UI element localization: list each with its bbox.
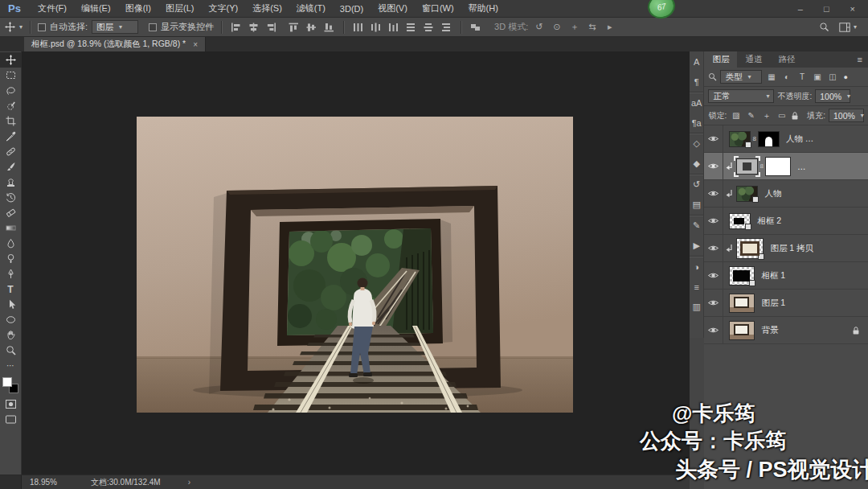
- menu-window[interactable]: 窗口(W): [415, 2, 461, 14]
- character-styles-panel-icon[interactable]: aA: [690, 92, 703, 113]
- 3d-drag-icon[interactable]: ＋: [567, 21, 581, 33]
- brush-panel-icon[interactable]: ✎: [690, 216, 703, 236]
- show-transform-checkbox[interactable]: [149, 23, 157, 31]
- menu-file[interactable]: 文件(F): [31, 2, 74, 14]
- actions-panel-icon[interactable]: ▶: [690, 236, 703, 256]
- zoom-tool[interactable]: [0, 343, 22, 358]
- filter-smartobject-icon[interactable]: ◫: [826, 72, 838, 81]
- layer-row-person-copy[interactable]: 8 人物 …: [704, 125, 868, 153]
- distribute-vcenter-icon[interactable]: [369, 21, 383, 33]
- eyedropper-tool[interactable]: [0, 129, 22, 144]
- menu-type[interactable]: 文字(Y): [201, 2, 245, 14]
- align-bottom-icon[interactable]: [322, 21, 336, 33]
- filter-shape-icon[interactable]: ▣: [811, 72, 823, 81]
- layer-mask-thumbnail[interactable]: [765, 157, 791, 176]
- layer-row-background[interactable]: 背景: [704, 317, 868, 344]
- workspace-switcher-icon[interactable]: ▾: [839, 23, 857, 32]
- align-hcenter-icon[interactable]: [247, 21, 260, 33]
- maximize-button[interactable]: □: [824, 4, 829, 14]
- tool-preset-caret-icon[interactable]: ▾: [19, 23, 23, 31]
- layer-mask-thumbnail[interactable]: [758, 131, 780, 147]
- color-swatches[interactable]: [2, 377, 18, 393]
- adjustment-layer-thumbnail[interactable]: [736, 158, 758, 175]
- path-selection-tool[interactable]: [0, 297, 22, 312]
- filter-adjustment-icon[interactable]: ◐: [780, 72, 792, 81]
- distribute-left-icon[interactable]: [404, 21, 418, 33]
- layer-name[interactable]: 图层 1 拷贝: [770, 243, 813, 254]
- status-popup-arrow-icon[interactable]: ›: [188, 478, 190, 487]
- edit-toolbar-ellipsis-icon[interactable]: ⋯: [0, 358, 22, 373]
- 3d-panel-icon[interactable]: ◇: [690, 134, 703, 154]
- tab-channels[interactable]: 通道: [737, 51, 770, 68]
- history-panel-icon[interactable]: ↺: [690, 175, 703, 195]
- hand-tool[interactable]: [0, 327, 22, 343]
- visibility-eye-icon[interactable]: [704, 262, 723, 289]
- healing-brush-tool[interactable]: [0, 144, 22, 159]
- menu-help[interactable]: 帮助(H): [461, 2, 506, 14]
- lock-transparency-icon[interactable]: ▨: [730, 111, 742, 120]
- adjustments-panel-icon[interactable]: ◑: [690, 257, 703, 277]
- zoom-level-field[interactable]: 18.95%: [30, 478, 57, 487]
- lock-paint-icon[interactable]: ✎: [745, 111, 757, 120]
- lock-all-icon[interactable]: [791, 111, 799, 121]
- visibility-eye-icon[interactable]: [704, 153, 723, 179]
- layer-thumbnail[interactable]: [729, 266, 755, 286]
- gradient-tool[interactable]: [0, 220, 22, 236]
- mask-link-icon[interactable]: 8: [752, 135, 755, 142]
- crop-tool[interactable]: [0, 113, 22, 129]
- quick-selection-tool[interactable]: [0, 98, 22, 113]
- visibility-eye-icon[interactable]: [704, 235, 723, 261]
- menu-3d[interactable]: 3D(D): [333, 4, 371, 14]
- menu-view[interactable]: 视图(V): [371, 2, 415, 14]
- tab-close-icon[interactable]: ×: [193, 40, 198, 49]
- marquee-tool[interactable]: [0, 68, 22, 83]
- opacity-dropdown[interactable]: 100% ▾: [815, 89, 850, 103]
- lock-artboard-icon[interactable]: ▭: [776, 111, 788, 120]
- blur-tool[interactable]: [0, 236, 22, 251]
- layer-row-layer1-copy[interactable]: 图层 1 拷贝: [704, 235, 868, 262]
- lock-position-icon[interactable]: ＋: [760, 110, 772, 121]
- layer-name[interactable]: 相框 1: [761, 270, 785, 281]
- 3d-roll-icon[interactable]: ⊙: [550, 22, 563, 32]
- layer-row-layer1[interactable]: 图层 1: [704, 290, 868, 317]
- quick-mask-button[interactable]: [0, 397, 22, 412]
- properties-panel-icon[interactable]: ◆: [690, 154, 703, 174]
- mask-link-icon[interactable]: 8: [760, 162, 763, 170]
- layer-name[interactable]: 相框 2: [757, 216, 781, 227]
- menu-layer[interactable]: 图层(L): [158, 2, 201, 14]
- align-top-icon[interactable]: [287, 21, 301, 33]
- close-button[interactable]: ×: [850, 4, 855, 14]
- dodge-tool[interactable]: [0, 251, 22, 266]
- layer-thumbnail[interactable]: [729, 321, 755, 340]
- 3d-scale-icon[interactable]: ▸: [603, 22, 616, 32]
- distribute-bottom-icon[interactable]: [387, 21, 400, 33]
- shape-tool[interactable]: [0, 312, 22, 327]
- layer-row-frame-1[interactable]: 相框 1: [704, 262, 868, 290]
- visibility-eye-icon[interactable]: [704, 290, 723, 316]
- pen-tool[interactable]: [0, 266, 22, 281]
- layer-row-person[interactable]: 人物: [704, 180, 868, 208]
- panel-menu-icon[interactable]: ≡: [852, 51, 868, 68]
- tab-paths[interactable]: 路径: [770, 51, 803, 68]
- menu-image[interactable]: 图像(I): [118, 2, 158, 14]
- filter-type-dropdown[interactable]: 类型 ▾: [720, 70, 762, 84]
- 3d-slide-icon[interactable]: ⇆: [585, 22, 599, 32]
- layer-thumbnail[interactable]: [729, 131, 751, 147]
- distribute-hcenter-icon[interactable]: [422, 21, 436, 33]
- align-vcenter-icon[interactable]: [305, 21, 318, 33]
- paragraph-panel-icon[interactable]: ¶: [690, 72, 703, 92]
- type-tool[interactable]: T: [0, 281, 22, 297]
- visibility-eye-icon[interactable]: [704, 317, 723, 343]
- auto-select-dropdown[interactable]: 图层 ▾: [92, 20, 138, 34]
- distribute-top-icon[interactable]: [351, 21, 365, 33]
- blend-mode-dropdown[interactable]: 正常 ▾: [708, 89, 774, 103]
- auto-align-icon[interactable]: [469, 21, 482, 33]
- distribute-right-icon[interactable]: [440, 21, 453, 33]
- styles-panel-icon[interactable]: ≡: [690, 277, 703, 297]
- layer-row-selective-color[interactable]: 8 …: [704, 153, 868, 180]
- foreground-color-swatch[interactable]: [2, 377, 12, 387]
- eraser-tool[interactable]: [0, 205, 22, 220]
- layer-name[interactable]: 背景: [761, 325, 778, 336]
- layer-thumbnail[interactable]: [729, 213, 751, 229]
- align-right-icon[interactable]: [264, 21, 278, 33]
